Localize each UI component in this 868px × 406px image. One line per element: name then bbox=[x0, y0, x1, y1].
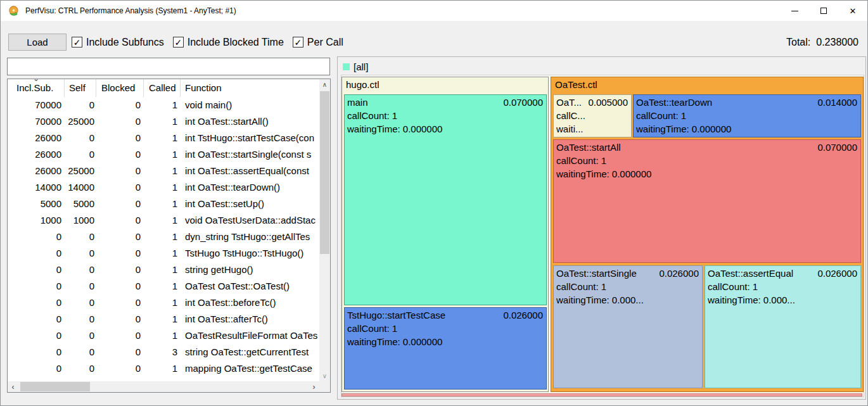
table-row[interactable]: 0001string getHugo() bbox=[8, 262, 319, 278]
table-cell: int OaTest::startAll() bbox=[181, 113, 319, 130]
table-cell: OaTest OaTest::OaTest() bbox=[181, 278, 319, 295]
total-label: Total: bbox=[786, 37, 810, 48]
treemap-block-title: OaTest::startSingle bbox=[556, 267, 637, 280]
treemap-block-detail: callC... bbox=[556, 109, 628, 122]
table-cell: 0 bbox=[96, 229, 144, 245]
table-row[interactable]: 260002500001int OaTest::assertEqual(cons… bbox=[8, 163, 319, 179]
table-row[interactable]: 0001TstHugo TstHugo::TstHugo() bbox=[8, 245, 319, 262]
maximize-button[interactable] bbox=[809, 1, 838, 21]
horizontal-scrollbar-thumb[interactable] bbox=[20, 382, 90, 391]
scroll-right-icon[interactable]: › bbox=[309, 381, 319, 392]
treemap-block-oatest-startsingle[interactable]: OaTest::startSingle0.026000callCount: 1w… bbox=[553, 265, 703, 388]
table-row[interactable]: 0001mapping OaTest::getTestCase bbox=[8, 360, 319, 377]
table-cell: 0 bbox=[65, 146, 96, 163]
table-cell: 0 bbox=[96, 146, 144, 163]
table-cell: 0 bbox=[65, 344, 96, 360]
treemap-block-tsthugo-starttestcase[interactable]: TstHugo::startTestCase0.026000callCount:… bbox=[344, 307, 547, 390]
checkbox-group: ✓ Include Subfuncs ✓ Include Blocked Tim… bbox=[72, 34, 343, 51]
table-cell: 0 bbox=[8, 344, 65, 360]
table-cell: 25000 bbox=[65, 163, 96, 179]
filter-input[interactable] bbox=[7, 58, 330, 75]
table-cell: 26000 bbox=[8, 146, 65, 163]
treemap-block-title: OaTest::assertEqual bbox=[708, 267, 793, 280]
treemap-block-value: 0.026000 bbox=[654, 267, 699, 280]
legend-color-swatch bbox=[343, 63, 350, 70]
table-cell: 0 bbox=[8, 311, 65, 327]
table-cell: 0 bbox=[96, 245, 144, 262]
treemap-block-main[interactable]: main0.070000callCount: 1waitingTime: 0.0… bbox=[344, 94, 547, 305]
column-header-blocked[interactable]: Blocked bbox=[96, 79, 144, 97]
checkbox-include-blocked-time[interactable]: ✓ Include Blocked Time bbox=[173, 37, 284, 48]
table-row[interactable]: 0001dyn_string TstHugo::getAllTes bbox=[8, 229, 319, 245]
treemap-block-value: 0.005000 bbox=[583, 96, 628, 109]
treemap-block-header: OaTest::tearDown0.014000 bbox=[636, 96, 857, 109]
table-row[interactable]: 26000001int TstHugo::startTestCase(con bbox=[8, 130, 319, 146]
table-cell: void OaTestUserData::addStac bbox=[181, 212, 319, 229]
table-row[interactable]: 140001400001int OaTest::tearDown() bbox=[8, 179, 319, 196]
table-cell: 1 bbox=[144, 262, 181, 278]
table-cell: 0 bbox=[96, 262, 144, 278]
maximize-icon bbox=[820, 8, 827, 14]
column-header-incl-sub[interactable]: Incl.Sub. ⌄ bbox=[8, 79, 65, 97]
treemap-block-oatest-startall[interactable]: OaTest::startAll0.070000callCount: 1wait… bbox=[553, 139, 861, 263]
treemap-block-detail: waitingTime: 0.000000 bbox=[636, 122, 857, 136]
table-cell: 0 bbox=[96, 311, 144, 327]
table-cell: 0 bbox=[65, 278, 96, 295]
table-row[interactable]: 0001int OaTest::beforeTc() bbox=[8, 295, 319, 311]
load-button[interactable]: Load bbox=[8, 34, 67, 51]
scroll-left-icon[interactable]: ‹ bbox=[8, 381, 18, 392]
table-cell: 1 bbox=[144, 146, 181, 163]
table-cell: 0 bbox=[8, 229, 65, 245]
treemap-group-hugo-ctl[interactable]: hugo.ctlmain0.070000callCount: 1waitingT… bbox=[341, 77, 549, 392]
vertical-scrollbar-thumb[interactable] bbox=[320, 91, 329, 254]
treemap-block-header: OaTest::assertEqual0.026000 bbox=[708, 267, 857, 280]
table-cell: 26000 bbox=[8, 163, 65, 179]
column-header-self[interactable]: Self bbox=[65, 79, 96, 97]
vertical-scrollbar[interactable]: ∧ ∨ bbox=[319, 79, 330, 381]
treemap-block-header: OaTest::startAll0.070000 bbox=[556, 141, 857, 154]
table-cell: 0 bbox=[8, 245, 65, 262]
checkbox-check-icon: ✓ bbox=[293, 37, 303, 48]
table-row[interactable]: 0003string OaTest::getCurrentTest bbox=[8, 344, 319, 360]
table-cell: mapping OaTest::getTestCase bbox=[181, 360, 319, 377]
table-cell: 1 bbox=[144, 311, 181, 327]
table-row[interactable]: 0001OaTestResultFileFormat OaTes bbox=[8, 327, 319, 344]
checkbox-include-subfuncs[interactable]: ✓ Include Subfuncs bbox=[72, 37, 164, 48]
table-row[interactable]: 5000500001int OaTest::setUp() bbox=[8, 196, 319, 212]
scroll-down-icon[interactable]: ∨ bbox=[319, 371, 330, 381]
treemap-block-oatest-assertequal[interactable]: OaTest::assertEqual0.026000callCount: 1w… bbox=[705, 265, 861, 388]
treemap-canvas[interactable]: hugo.ctlmain0.070000callCount: 1waitingT… bbox=[341, 75, 864, 397]
table-row[interactable]: 0001OaTest OaTest::OaTest() bbox=[8, 278, 319, 295]
horizontal-scrollbar[interactable]: ‹ › bbox=[8, 381, 319, 392]
column-header-function[interactable]: Function bbox=[181, 79, 319, 97]
total-display: Total: 0.238000 bbox=[786, 34, 858, 51]
treemap-block-detail: waitingTime: 0.000... bbox=[708, 293, 857, 307]
table-cell: int OaTest::startSingle(const s bbox=[181, 146, 319, 163]
table-row[interactable]: 1000100001void OaTestUserData::addStac bbox=[8, 212, 319, 229]
table-row[interactable]: 26000001int OaTest::startSingle(const s bbox=[8, 146, 319, 163]
table-row[interactable]: 70000001void main() bbox=[8, 97, 319, 113]
table-row[interactable]: 700002500001int OaTest::startAll() bbox=[8, 113, 319, 130]
treemap-block-detail: callCount: 1 bbox=[556, 280, 699, 293]
column-header-called[interactable]: Called bbox=[144, 79, 181, 97]
table-cell: 1 bbox=[144, 295, 181, 311]
minimize-button[interactable] bbox=[780, 1, 809, 21]
scroll-up-icon[interactable]: ∧ bbox=[319, 79, 330, 90]
treemap-block-detail: waitingTime: 0.000000 bbox=[347, 122, 543, 136]
treemap-block-value: 0.070000 bbox=[498, 96, 543, 109]
table-cell: 1 bbox=[144, 130, 181, 146]
table-cell: 0 bbox=[96, 344, 144, 360]
treemap-block-oat-[interactable]: OaT...0.005000callC...waiti... bbox=[553, 94, 632, 137]
table-row[interactable]: 0001int OaTest::afterTc() bbox=[8, 311, 319, 327]
treemap-group-oatest-ctl[interactable]: OaTest.ctlOaT...0.005000callC...waiti...… bbox=[551, 77, 864, 392]
table-cell: 70000 bbox=[8, 113, 65, 130]
checkbox-per-call[interactable]: ✓ Per Call bbox=[293, 37, 343, 48]
treemap-root-strip bbox=[341, 393, 862, 396]
close-button[interactable]: ✕ bbox=[838, 1, 867, 21]
treemap-block-oatest-teardown[interactable]: OaTest::tearDown0.014000callCount: 1wait… bbox=[633, 94, 861, 137]
table-row[interactable]: 0001string OaTest::getResultFileP bbox=[8, 377, 319, 381]
table-cell: 1 bbox=[144, 212, 181, 229]
treemap-block-header: main0.070000 bbox=[347, 96, 543, 109]
treemap-group-title: hugo.ctl bbox=[342, 77, 548, 92]
treemap-block-detail: callCount: 1 bbox=[708, 280, 857, 293]
